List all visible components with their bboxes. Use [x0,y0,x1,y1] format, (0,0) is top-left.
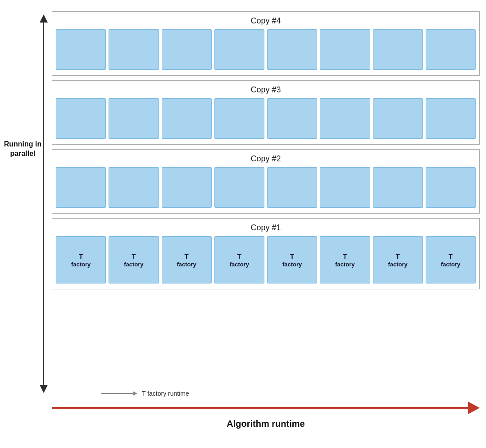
algo-arrow-row [52,402,480,414]
t-label: T [132,252,136,260]
factory-label: factory [230,261,249,268]
factory-cell-labeled: T factory [109,236,159,283]
t-label: T [396,252,400,260]
t-runtime-row: T factory runtime [52,390,480,397]
factory-cell [373,98,423,139]
t-label: T [185,252,189,260]
arrow-top-head [40,14,48,23]
main-area: Copy #4 Copy #3 [52,11,480,294]
algo-arrow-line [52,407,468,409]
t-arrow-line [101,393,133,394]
factory-cell [267,167,317,208]
factory-label: factory [124,261,143,268]
factory-cell-labeled: T factory [426,236,476,283]
factory-cell [320,29,370,70]
copy-row-1: Copy #1 T factory T factory T factory T … [52,218,480,289]
factory-cell [214,167,264,208]
factory-label: factory [71,261,91,268]
factory-label: factory [177,261,196,268]
t-label: T [290,252,294,260]
copy-row-2: Copy #2 [52,149,480,214]
factory-cell [426,167,476,208]
factory-cell [320,167,370,208]
bottom-area: T factory runtime Algorithm runtime [52,390,480,429]
copy4-grid [56,29,476,70]
t-runtime-label: T factory runtime [142,390,189,397]
factory-cell [373,167,423,208]
t-arrow-head [133,391,137,396]
copy3-title: Copy #3 [56,85,476,95]
factory-cell [109,167,159,208]
factory-cell-labeled: T factory [267,236,317,283]
factory-cell [162,29,212,70]
factory-cell [214,98,264,139]
t-label: T [343,252,347,260]
copy4-title: Copy #4 [56,16,476,26]
factory-label: factory [282,261,302,268]
factory-cell [56,167,106,208]
copy-row-4: Copy #4 [52,11,480,76]
copy2-title: Copy #2 [56,154,476,164]
factory-cell-labeled: T factory [56,236,106,283]
factory-label: factory [335,261,354,268]
factory-label: factory [441,261,460,268]
factory-cell-labeled: T factory [320,236,370,283]
factory-cell [426,98,476,139]
factory-cell [267,29,317,70]
factory-cell [162,98,212,139]
arrow-vertical-line [43,23,44,385]
factory-cell-labeled: T factory [373,236,423,283]
algo-arrow-head [468,402,480,414]
factory-cell [109,29,159,70]
copy-row-3: Copy #3 [52,80,480,145]
t-label: T [237,252,241,260]
factory-cell [320,98,370,139]
arrow-bottom-head [40,385,48,393]
factory-cell [373,29,423,70]
factory-cell [214,29,264,70]
factory-cell [109,98,159,139]
t-factory-arrow [101,391,137,396]
copy1-title: Copy #1 [56,223,476,233]
copy3-grid [56,98,476,139]
algo-runtime-label: Algorithm runtime [52,419,480,429]
t-label: T [79,252,83,260]
diagram-container: Running in parallel Copy #4 Copy #3 [0,5,486,448]
parallel-label: Running in parallel [4,140,42,159]
factory-cell [426,29,476,70]
factory-cell [56,29,106,70]
copy1-grid: T factory T factory T factory T factory … [56,236,476,283]
parallel-arrow [43,14,44,393]
factory-cell-labeled: T factory [162,236,212,283]
t-label: T [449,252,453,260]
factory-label: factory [388,261,407,268]
factory-cell [56,98,106,139]
factory-cell [267,98,317,139]
factory-cell [162,167,212,208]
copy2-grid [56,167,476,208]
factory-cell-labeled: T factory [214,236,264,283]
